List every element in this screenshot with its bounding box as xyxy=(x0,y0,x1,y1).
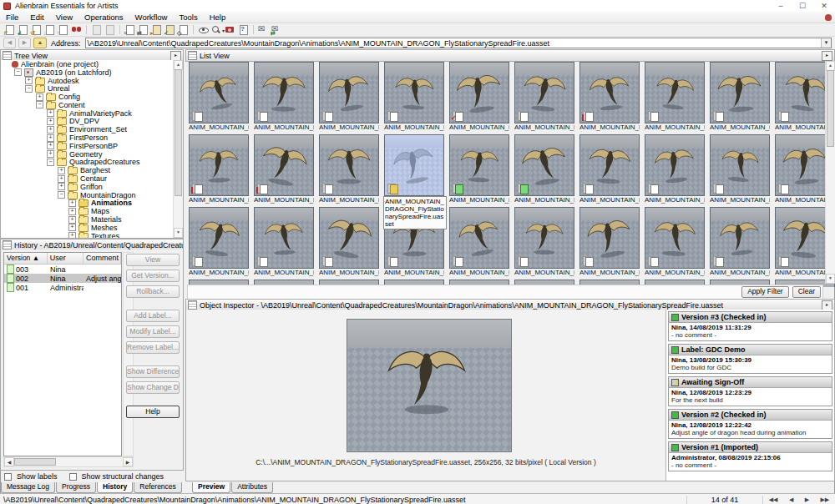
asset-thumbnail[interactable]: ANIM_MOUNTAIN_D... xyxy=(448,134,513,206)
expand-icon[interactable]: + xyxy=(58,175,65,183)
thumbnail-image[interactable] xyxy=(645,207,705,269)
asset-thumbnail[interactable]: ANIM_MOUNTAIN_DRAGON_FlyStationarySpread… xyxy=(382,134,448,206)
check-out-icon[interactable]: ↱ xyxy=(3,24,16,35)
scrollbar-thumb[interactable] xyxy=(827,70,834,147)
maximize-button[interactable]: ☐ xyxy=(792,0,813,12)
asset-thumbnail[interactable]: ANIM_MOUNTAIN_D... xyxy=(252,134,317,206)
object-inspector-menu-button[interactable]: ▸ xyxy=(822,300,832,310)
scroll-down-icon[interactable]: ▼ xyxy=(826,274,835,284)
apply-filter-button[interactable]: Apply Filter xyxy=(741,286,789,298)
undo-check-out-icon[interactable]: ↺ xyxy=(30,24,43,35)
send-mail-icon[interactable]: ✉ xyxy=(257,24,270,35)
asset-thumbnail[interactable]: ANIM_MOUNTAIN_D... xyxy=(708,134,773,206)
expand-icon[interactable]: + xyxy=(36,93,43,101)
tab-history[interactable]: History xyxy=(97,482,133,493)
thumbnail-image[interactable] xyxy=(384,134,444,196)
expand-icon[interactable]: + xyxy=(58,167,65,174)
asset-thumbnail[interactable]: ANIM_MOUNTAIN_D... xyxy=(448,206,513,279)
menu-item-file[interactable]: File xyxy=(0,13,24,22)
show-labels-checkbox[interactable] xyxy=(4,473,12,481)
version-event-card[interactable]: Version #1 (Imported)Administrator, 08/0… xyxy=(668,441,832,471)
show-structural-changes-checkbox[interactable] xyxy=(69,473,77,481)
asset-thumbnail[interactable]: ANIM_MOUNTAIN_D... xyxy=(643,134,708,206)
column-header-version[interactable]: Version ▲ xyxy=(4,253,48,264)
mail-status-icon[interactable]: ✉⇄ xyxy=(271,24,283,35)
tree-item-materials[interactable]: +Materials xyxy=(1,215,183,224)
asset-thumbnail[interactable]: ANIM_MOUNTAIN_D... xyxy=(317,134,382,206)
tree-item-content[interactable]: −Content xyxy=(1,101,183,109)
tree-item-griffon[interactable]: +Griffon xyxy=(1,183,183,191)
asset-thumbnail[interactable]: ANIM_MOUNTAIN_D... xyxy=(317,206,382,279)
column-header-comment[interactable]: Comment xyxy=(84,253,121,264)
thumbnail-image[interactable] xyxy=(710,62,770,123)
paste-icon[interactable] xyxy=(104,24,116,35)
asset-thumbnail[interactable]: ANIM_MOUNTAIN_D... xyxy=(708,61,773,134)
tree-item-maps[interactable]: +Maps xyxy=(1,207,183,215)
tree-item-quadrapedcreatures[interactable]: −QuadrapedCreatures xyxy=(1,159,183,167)
asset-thumbnail[interactable]: ANIM_MOUNTAIN_D... xyxy=(578,134,643,206)
clear-filter-button[interactable]: Clear xyxy=(792,286,821,298)
tree-item-environment-set[interactable]: +Environment_Set xyxy=(1,125,183,134)
expand-icon[interactable]: + xyxy=(25,77,33,84)
thumbnail-image[interactable] xyxy=(449,207,509,269)
expand-icon[interactable]: + xyxy=(47,126,54,134)
version-event-card[interactable]: Label: GDC DemoNina, 13/08/2019 15:30:39… xyxy=(668,344,832,374)
asset-thumbnail[interactable]: ANIM_MOUNTAIN_D... xyxy=(578,61,643,134)
asset-thumbnail[interactable]: ANIM_MOUNTAIN_D... xyxy=(513,134,578,206)
asset-thumbnail[interactable]: ANIM_MOUNTAIN_D... xyxy=(187,206,252,279)
asset-thumbnail[interactable]: ANIM_MOUNTAIN_D... xyxy=(643,206,708,279)
scroll-down-icon[interactable]: ▼ xyxy=(174,228,183,238)
expand-icon[interactable]: + xyxy=(47,109,54,117)
tab-attributes[interactable]: Attributes xyxy=(231,482,273,493)
list-scrollbar[interactable]: ▲ ▼ xyxy=(825,61,835,284)
thumbnail-image[interactable] xyxy=(645,62,705,123)
asset-thumbnail[interactable]: ANIM_MOUNTAIN_D... xyxy=(252,206,317,279)
thumbnail-image[interactable] xyxy=(319,207,379,269)
tree-item-geometry[interactable]: +Geometry xyxy=(1,150,183,159)
next-page-button[interactable]: ▶ xyxy=(805,496,809,503)
expand-icon[interactable]: + xyxy=(47,118,54,125)
collapse-icon[interactable]: − xyxy=(47,159,54,166)
version-event-card[interactable]: Awaiting Sign-OffNina, 12/08/2019 12:23:… xyxy=(668,376,832,406)
collapse-icon[interactable]: − xyxy=(58,191,65,199)
thumbnail-image[interactable] xyxy=(710,134,770,196)
tree-item-dv-dpv[interactable]: +DV_DPV xyxy=(1,118,183,126)
history-icon[interactable]: ≡ xyxy=(124,24,136,35)
help-topics-icon[interactable]: ? xyxy=(237,24,250,35)
tree-item-meshes[interactable]: +Meshes xyxy=(1,224,183,232)
tree-item-autodesk[interactable]: +Autodesk xyxy=(1,77,183,85)
asset-thumbnail[interactable]: ANIM_MOUNTAIN_D... xyxy=(513,61,578,134)
thumbnail-image[interactable] xyxy=(645,134,705,196)
last-page-button[interactable]: ▶▶ xyxy=(820,496,829,503)
asset-thumbnail[interactable]: ANIM_MOUNTAIN_D... xyxy=(513,206,578,279)
tree-item-firstperson[interactable]: +FirstPerson xyxy=(1,134,183,142)
thumbnail-image[interactable] xyxy=(514,62,574,123)
panel-splitter[interactable] xyxy=(184,49,185,493)
asset-thumbnail[interactable]: ANIM_MOUNTAIN_D... xyxy=(382,61,448,134)
menu-item-edit[interactable]: Edit xyxy=(24,13,49,22)
thumbnail-image[interactable] xyxy=(384,62,444,123)
expand-icon[interactable]: + xyxy=(68,208,76,215)
thumbnail-image[interactable]: ✓ xyxy=(449,62,509,123)
close-button[interactable]: ✕ xyxy=(813,0,835,12)
list-view-menu-button[interactable]: ▸ xyxy=(822,51,832,61)
check-in-icon[interactable]: ↲ xyxy=(17,24,29,35)
zoom-icon[interactable]: ▾ xyxy=(210,24,223,35)
thumbnail-image[interactable] xyxy=(189,134,249,196)
version-row-001[interactable]: 001Administra... xyxy=(4,283,121,292)
first-page-button[interactable]: ◀◀ xyxy=(769,496,778,503)
tree-item-unreal[interactable]: −Unreal xyxy=(1,84,183,93)
version-row-003[interactable]: 003Nina xyxy=(4,265,121,274)
tree-item-textures[interactable]: +Textures xyxy=(1,232,183,239)
asset-thumbnail[interactable]: ✓ANIM_MOUNTAIN_D... xyxy=(448,61,513,134)
menu-item-help[interactable]: Help xyxy=(204,13,232,22)
thumbnail-image[interactable] xyxy=(254,207,314,269)
thumbnail-image[interactable] xyxy=(319,62,379,123)
tab-preview[interactable]: Preview xyxy=(192,482,230,493)
label-icon[interactable]: ▸ xyxy=(150,24,163,35)
browse-icon[interactable]: ◇ xyxy=(177,24,190,35)
menu-item-workflow[interactable]: Workflow xyxy=(129,13,174,22)
expand-icon[interactable]: + xyxy=(68,224,76,231)
thumbnail-image[interactable] xyxy=(579,207,640,269)
expand-icon[interactable]: + xyxy=(47,134,54,142)
